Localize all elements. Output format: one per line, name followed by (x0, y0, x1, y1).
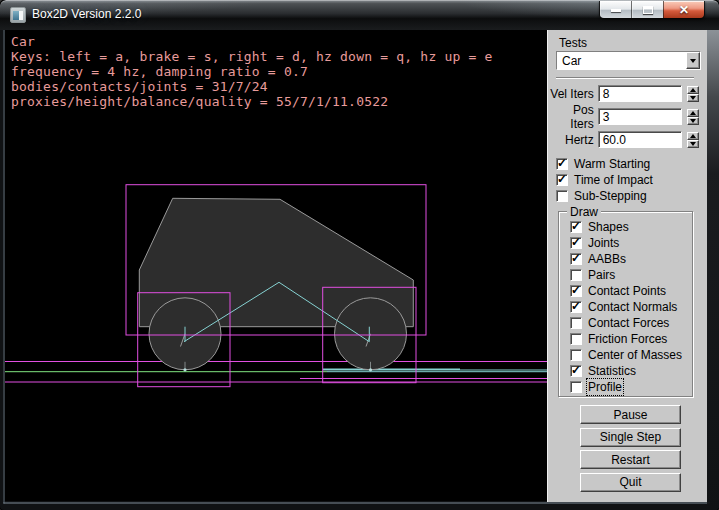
arrow-down-icon (690, 119, 696, 123)
spinner-label: Hertz (548, 133, 594, 147)
checkbox-label: Center of Masses (588, 348, 682, 362)
arrow-up-icon (690, 134, 696, 138)
checkbox-box: ✓ (570, 253, 582, 265)
tests-label: Tests (559, 36, 587, 50)
check-mark-icon: ✓ (557, 156, 567, 170)
draw-group-box: Draw ✓ Shapes ✓ Joints ✓ AABBs ✓ Pairs ✓… (558, 211, 693, 397)
button-restart[interactable]: Restart (580, 450, 681, 469)
arrow-down-icon (690, 142, 696, 146)
separator (556, 77, 694, 79)
arrow-up-icon (690, 111, 696, 115)
sim-option-checkboxes: ✓ Warm Starting ✓ Time of Impact ✓ Sub-S… (556, 156, 653, 204)
checkbox-contact-points[interactable]: ✓ Contact Points (570, 283, 682, 299)
checkbox-label: Sub-Stepping (574, 189, 647, 203)
stats-text: CarKeys: left = a, brake = s, right = d,… (11, 34, 493, 109)
checkbox-box: ✓ (570, 269, 582, 281)
spinner-value-field[interactable]: 8 (598, 85, 682, 102)
caption-buttons: ✕ (599, 1, 705, 19)
spinner-up-button[interactable] (687, 109, 699, 117)
checkbox-box: ✓ (556, 158, 568, 170)
window-title: Box2D Version 2.2.0 (32, 0, 141, 30)
checkbox-label: Statistics (588, 364, 636, 378)
checkbox-box: ✓ (570, 301, 582, 313)
minimize-icon (611, 9, 621, 12)
tests-dropdown-value: Car (557, 52, 686, 69)
checkbox-box: ✓ (570, 349, 582, 361)
minimize-button[interactable] (600, 1, 631, 19)
spinner-value-field[interactable]: 3 (598, 108, 682, 125)
checkbox-box: ✓ (570, 381, 582, 393)
checkbox-label: Joints (588, 236, 619, 250)
window-frame-right (707, 30, 719, 510)
close-button[interactable]: ✕ (663, 1, 704, 19)
spinner-down-button[interactable] (687, 117, 699, 125)
button-single-step[interactable]: Single Step (580, 428, 681, 447)
maximize-button[interactable] (631, 1, 663, 19)
spinner-pos-iters: Pos Iters 3 (548, 108, 699, 125)
spinner-value-field[interactable]: 60.0 (598, 131, 682, 148)
spinner-up-button[interactable] (687, 86, 699, 94)
check-mark-icon: ✓ (571, 283, 581, 297)
spinner-up-button[interactable] (687, 132, 699, 140)
tests-dropdown[interactable]: Car (556, 51, 701, 70)
check-mark-icon: ✓ (571, 219, 581, 233)
simulation-canvas[interactable]: CarKeys: left = a, brake = s, right = d,… (5, 30, 547, 501)
tests-dropdown-button[interactable] (686, 52, 700, 69)
check-mark-icon: ✓ (571, 251, 581, 265)
checkbox-shapes[interactable]: ✓ Shapes (570, 219, 682, 235)
control-panel: Tests Car Vel Iters 8 Pos Iters 3 Hertz … (547, 30, 707, 502)
arrow-up-icon (690, 88, 696, 92)
window-frame-edge (3, 30, 5, 504)
spinner-down-button[interactable] (687, 140, 699, 148)
draw-group-title: Draw (567, 205, 601, 219)
checkbox-friction-forces[interactable]: ✓ Friction Forces (570, 331, 682, 347)
spinner-buttons (687, 109, 699, 125)
checkbox-label: Friction Forces (588, 332, 667, 346)
checkbox-sub-stepping[interactable]: ✓ Sub-Stepping (556, 188, 653, 204)
checkbox-label: Pairs (588, 268, 615, 282)
checkbox-box: ✓ (570, 333, 582, 345)
checkbox-box: ✓ (570, 365, 582, 377)
app-icon-pane2 (19, 11, 23, 20)
checkbox-profile[interactable]: ✓ Profile (570, 379, 682, 395)
check-mark-icon: ✓ (571, 299, 581, 313)
chevron-down-icon (690, 59, 696, 63)
spinner-buttons (687, 132, 699, 148)
check-mark-icon: ✓ (557, 172, 567, 186)
checkbox-aabbs[interactable]: ✓ AABBs (570, 251, 682, 267)
spinner-vel-iters: Vel Iters 8 (548, 85, 699, 102)
checkbox-box: ✓ (570, 317, 582, 329)
app-window: Box2D Version 2.2.0 ✕ (0, 0, 719, 510)
title-bar[interactable]: Box2D Version 2.2.0 ✕ (0, 0, 719, 30)
checkbox-label: Contact Points (588, 284, 666, 298)
checkbox-center-of-masses[interactable]: ✓ Center of Masses (570, 347, 682, 363)
spinner-label: Vel Iters (548, 87, 594, 101)
checkbox-box: ✓ (556, 174, 568, 186)
checkbox-box: ✓ (570, 285, 582, 297)
spinner-rows: Vel Iters 8 Pos Iters 3 Hertz 60.0 (548, 85, 699, 154)
button-quit[interactable]: Quit (580, 473, 681, 492)
left-contact-point (183, 368, 186, 371)
draw-option-checkboxes: ✓ Shapes ✓ Joints ✓ AABBs ✓ Pairs ✓ Cont… (570, 219, 682, 395)
checkbox-contact-forces[interactable]: ✓ Contact Forces (570, 315, 682, 331)
checkbox-label: AABBs (588, 252, 626, 266)
checkbox-statistics[interactable]: ✓ Statistics (570, 363, 682, 379)
checkbox-time-of-impact[interactable]: ✓ Time of Impact (556, 172, 653, 188)
button-pause[interactable]: Pause (580, 405, 681, 424)
app-icon[interactable] (10, 7, 26, 23)
checkbox-label: Profile (588, 380, 622, 394)
check-mark-icon: ✓ (571, 363, 581, 377)
checkbox-pairs[interactable]: ✓ Pairs (570, 267, 682, 283)
arrow-down-icon (690, 96, 696, 100)
close-icon: ✕ (679, 4, 689, 16)
checkbox-box: ✓ (556, 190, 568, 202)
spinner-down-button[interactable] (687, 94, 699, 102)
panel-buttons: PauseSingle StepRestartQuit (580, 405, 681, 495)
checkbox-label: Shapes (588, 220, 629, 234)
checkbox-contact-normals[interactable]: ✓ Contact Normals (570, 299, 682, 315)
checkbox-label: Warm Starting (574, 157, 650, 171)
checkbox-box: ✓ (570, 237, 582, 249)
checkbox-label: Contact Forces (588, 316, 669, 330)
checkbox-warm-starting[interactable]: ✓ Warm Starting (556, 156, 653, 172)
checkbox-joints[interactable]: ✓ Joints (570, 235, 682, 251)
